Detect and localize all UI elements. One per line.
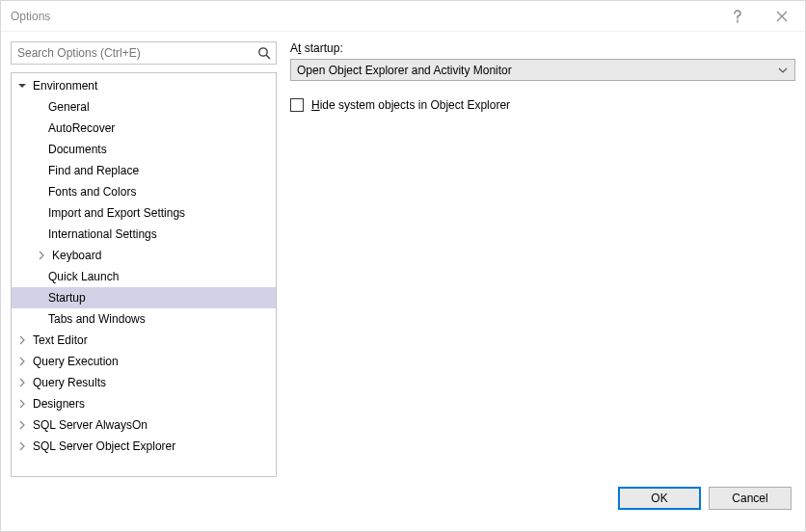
tree-item-sqlobjectexplorer[interactable]: SQL Server Object Explorer [12, 436, 276, 457]
expand-arrow-icon[interactable] [15, 79, 29, 93]
collapse-arrow-icon[interactable] [15, 355, 29, 368]
tree-item-fontscolors[interactable]: Fonts and Colors [12, 181, 276, 202]
collapse-arrow-icon[interactable] [15, 418, 29, 432]
tree-item-quicklaunch[interactable]: Quick Launch [12, 266, 276, 287]
tree-item-queryresults[interactable]: Query Results [12, 372, 276, 393]
dropdown-value: Open Object Explorer and Activity Monito… [297, 64, 512, 77]
tree-label: Startup [35, 291, 86, 305]
tree-label: Quick Launch [35, 270, 119, 283]
tree-item-importexport[interactable]: Import and Export Settings [12, 202, 276, 224]
tree-item-texteditor[interactable]: Text Editor [12, 330, 276, 351]
tree-item-environment[interactable]: Environment [12, 75, 276, 96]
content-area: Environment General AutoRecover Document… [1, 32, 805, 477]
tree-item-general[interactable]: General [12, 96, 276, 118]
window-title: Options [11, 10, 50, 23]
tree-label: Keyboard [48, 249, 101, 262]
collapse-arrow-icon[interactable] [35, 249, 48, 262]
chevron-down-icon [777, 67, 789, 73]
search-box[interactable] [11, 41, 277, 65]
tree-label: Fonts and Colors [35, 185, 136, 199]
hide-system-objects-row[interactable]: Hide system objects in Object Explorer [290, 98, 795, 112]
tree-label: Query Results [29, 376, 106, 389]
tree-label: SQL Server AlwaysOn [29, 418, 148, 432]
collapse-arrow-icon[interactable] [15, 439, 29, 453]
left-pane: Environment General AutoRecover Document… [11, 41, 277, 477]
collapse-arrow-icon[interactable] [15, 376, 29, 389]
options-tree[interactable]: Environment General AutoRecover Document… [11, 72, 277, 477]
close-icon [776, 11, 788, 22]
tree-item-designers[interactable]: Designers [12, 393, 276, 414]
search-icon[interactable] [253, 46, 276, 60]
tree-label: Query Execution [29, 355, 119, 368]
button-bar: OK Cancel [1, 477, 805, 523]
titlebar-controls [718, 3, 801, 30]
tree-item-international[interactable]: International Settings [12, 224, 276, 245]
cancel-button[interactable]: Cancel [709, 487, 792, 510]
tree-label: Environment [29, 79, 97, 93]
tree-item-documents[interactable]: Documents [12, 139, 276, 160]
tree-label: Import and Export Settings [35, 206, 185, 220]
right-pane: At startup: Open Object Explorer and Act… [290, 41, 795, 477]
close-button[interactable] [763, 3, 801, 30]
tree-item-keyboard[interactable]: Keyboard [12, 245, 276, 266]
ok-button[interactable]: OK [618, 487, 701, 510]
svg-line-1 [266, 55, 270, 59]
startup-dropdown[interactable]: Open Object Explorer and Activity Monito… [290, 59, 795, 81]
tree-label: Text Editor [29, 333, 88, 347]
help-icon [733, 10, 742, 23]
tree-label: Documents [35, 143, 107, 156]
tree-label: Tabs and Windows [35, 312, 146, 326]
svg-point-0 [259, 48, 267, 56]
tree-item-autorecover[interactable]: AutoRecover [12, 118, 276, 139]
tree-label: Find and Replace [35, 164, 139, 177]
tree-item-tabswindows[interactable]: Tabs and Windows [12, 308, 276, 330]
tree-label: International Settings [35, 227, 157, 241]
tree-label: AutoRecover [35, 121, 115, 135]
tree-item-findreplace[interactable]: Find and Replace [12, 160, 276, 181]
hide-system-objects-label: Hide system objects in Object Explorer [311, 98, 510, 112]
tree-item-queryexecution[interactable]: Query Execution [12, 351, 276, 372]
tree-label: General [35, 100, 90, 114]
collapse-arrow-icon[interactable] [15, 333, 29, 347]
tree-label: SQL Server Object Explorer [29, 439, 175, 453]
startup-label: At startup: [290, 41, 795, 55]
tree-item-startup[interactable]: Startup [12, 287, 276, 308]
search-input[interactable] [12, 42, 253, 64]
hide-system-objects-checkbox[interactable] [290, 98, 304, 112]
tree-item-sqlalwayson[interactable]: SQL Server AlwaysOn [12, 414, 276, 436]
titlebar: Options [1, 1, 805, 32]
help-button[interactable] [718, 3, 757, 30]
collapse-arrow-icon[interactable] [15, 397, 29, 411]
tree-label: Designers [29, 397, 85, 411]
